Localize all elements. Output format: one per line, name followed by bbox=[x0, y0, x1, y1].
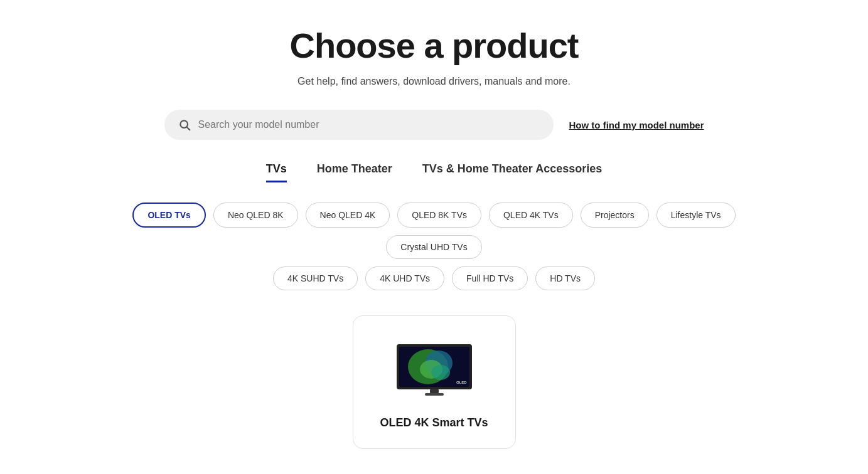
product-image: OLED bbox=[394, 341, 475, 398]
tabs-row: TVs Home Theater TVs & Home Theater Acce… bbox=[266, 162, 603, 182]
svg-text:OLED: OLED bbox=[456, 381, 467, 384]
svg-line-1 bbox=[187, 127, 190, 130]
model-number-link[interactable]: How to find my model number bbox=[569, 120, 704, 130]
search-input-wrapper[interactable] bbox=[164, 110, 554, 140]
svg-rect-9 bbox=[430, 389, 439, 393]
chip-full-hd-tvs[interactable]: Full HD TVs bbox=[452, 266, 528, 290]
chip-neo-qled-4k[interactable]: Neo QLED 4K bbox=[306, 203, 390, 228]
page-subtitle: Get help, find answers, download drivers… bbox=[297, 76, 571, 87]
search-icon bbox=[178, 118, 191, 131]
search-row: How to find my model number bbox=[164, 110, 704, 140]
chip-crystal-uhd-tvs[interactable]: Crystal UHD TVs bbox=[386, 235, 481, 259]
svg-point-7 bbox=[431, 365, 450, 380]
filter-chips-row2: 4K SUHD TVs 4K UHD TVs Full HD TVs HD TV… bbox=[273, 266, 595, 290]
page-container: Choose a product Get help, find answers,… bbox=[0, 0, 868, 474]
chip-projectors[interactable]: Projectors bbox=[581, 203, 649, 228]
chip-qled-4k-tvs[interactable]: QLED 4K TVs bbox=[489, 203, 573, 228]
chip-4k-suhd-tvs[interactable]: 4K SUHD TVs bbox=[273, 266, 358, 290]
tab-home-theater[interactable]: Home Theater bbox=[317, 162, 392, 182]
filter-chips-row1: OLED TVs Neo QLED 8K Neo QLED 4K QLED 8K… bbox=[89, 203, 780, 259]
svg-rect-10 bbox=[425, 393, 444, 396]
product-card-oled-4k[interactable]: OLED OLED 4K Smart TVs bbox=[353, 315, 516, 449]
svg-point-0 bbox=[180, 120, 188, 128]
chip-4k-uhd-tvs[interactable]: 4K UHD TVs bbox=[365, 266, 444, 290]
product-card-title: OLED 4K Smart TVs bbox=[380, 416, 488, 429]
chip-hd-tvs[interactable]: HD TVs bbox=[535, 266, 595, 290]
chip-neo-qled-8k[interactable]: Neo QLED 8K bbox=[213, 203, 298, 228]
tab-accessories[interactable]: TVs & Home Theater Accessories bbox=[422, 162, 602, 182]
chip-lifestyle-tvs[interactable]: Lifestyle TVs bbox=[656, 203, 736, 228]
chip-oled-tvs[interactable]: OLED TVs bbox=[132, 203, 205, 228]
chip-qled-8k-tvs[interactable]: QLED 8K TVs bbox=[397, 203, 481, 228]
search-input[interactable] bbox=[198, 119, 540, 130]
page-title: Choose a product bbox=[289, 25, 578, 66]
tab-tvs[interactable]: TVs bbox=[266, 162, 287, 182]
